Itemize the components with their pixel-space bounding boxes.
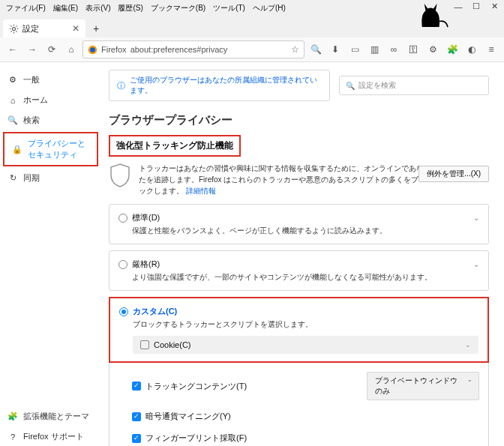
account-icon[interactable]: ◐ <box>464 41 480 58</box>
sidebar-item-label: Firefox サポート <box>23 431 84 442</box>
radio-strict[interactable] <box>118 260 128 269</box>
fingerprint-checkbox[interactable] <box>132 434 141 443</box>
minimize-button[interactable]: — <box>453 2 464 11</box>
home-icon: ⌂ <box>8 95 18 106</box>
library-icon[interactable]: ▥ <box>366 41 382 58</box>
tracking-label: トラッキングコンテンツ(T) <box>146 381 247 392</box>
sidebar-item-label: 同期 <box>23 172 40 184</box>
banner-text: ご使用のブラウザーはあなたの所属組織に管理されています。 <box>130 75 322 96</box>
navigation-toolbar: ← → ⟳ ⌂ Firefox about:preferences#privac… <box>0 37 504 62</box>
menu-view[interactable]: 表示(V) <box>82 1 113 15</box>
etp-custom-highlight: カスタム(C) ブロックするトラッカーとスクリプトを選択します。 Cookie(… <box>109 297 489 363</box>
chevron-down-icon: ⌄ <box>467 376 472 383</box>
puzzle-icon: 🧩 <box>8 412 18 422</box>
standard-label: 標準(D) <box>132 212 160 223</box>
firefox-icon <box>88 45 98 55</box>
tab-label: 設定 <box>22 23 39 34</box>
cat-mascot-icon <box>414 0 452 28</box>
back-button[interactable]: ← <box>4 41 21 58</box>
etp-standard-card[interactable]: 標準(D) 保護と性能をバランスよく。ページが正しく機能するように読み込みます。… <box>109 204 489 244</box>
maximize-button[interactable]: ☐ <box>471 1 482 11</box>
standard-desc: 保護と性能をバランスよく。ページが正しく機能するように読み込みます。 <box>132 226 479 236</box>
sidebar-item-extensions[interactable]: 🧩 拡張機能とテーマ <box>0 406 101 427</box>
key-icon[interactable]: ⚿ <box>405 41 422 58</box>
reload-button[interactable]: ⟳ <box>44 41 60 58</box>
sidebar-item-label: プライバシーとセキュリティ <box>28 138 89 160</box>
sidebar-item-label: 拡張機能とテーマ <box>23 411 89 422</box>
home-button[interactable]: ⌂ <box>63 41 80 58</box>
chevron-down-icon: ⌄ <box>473 214 479 222</box>
info-icon: ⓘ <box>117 80 125 91</box>
menu-icon[interactable]: ≡ <box>483 41 500 58</box>
sidebar-item-label: ホーム <box>23 94 48 106</box>
sidebar-item-support[interactable]: ? Firefox サポート <box>0 427 101 446</box>
bookmark-star-icon[interactable]: ☆ <box>291 44 299 55</box>
cookie-label: Cookie(C) <box>154 340 191 349</box>
infinity-icon[interactable]: ∞ <box>386 41 402 58</box>
strict-label: 厳格(R) <box>132 259 160 270</box>
forward-button[interactable]: → <box>24 41 40 58</box>
preferences-content: ⓘ ご使用のブラウザーはあなたの所属組織に管理されています。 🔍 設定を検索 ブ… <box>101 62 504 446</box>
search-icon: 🔍 <box>346 82 355 90</box>
cookie-checkbox-row[interactable]: Cookie(C) ⌄ <box>133 336 478 354</box>
download-icon[interactable]: ⬇ <box>327 41 344 58</box>
extensions-icon[interactable]: 🧩 <box>444 41 460 58</box>
managed-org-banner: ⓘ ご使用のブラウザーはあなたの所属組織に管理されています。 <box>109 70 330 101</box>
gear-icon: ⚙ <box>8 75 18 85</box>
menu-bookmarks[interactable]: ブックマーク(B) <box>148 1 208 15</box>
sidebar-item-sync[interactable]: ↻ 同期 <box>0 168 101 188</box>
sync-icon: ↻ <box>8 173 18 184</box>
tab-close-icon[interactable]: ✕ <box>72 23 80 34</box>
url-text: about:preferences#privacy <box>130 45 228 54</box>
custom-label: カスタム(C) <box>133 306 177 317</box>
sidebar-item-label: 一般 <box>23 74 40 85</box>
window-controls: — ☐ ✕ <box>453 1 500 11</box>
settings-icon[interactable]: ⚙ <box>424 41 441 58</box>
etp-strict-card[interactable]: 厳格(R) より強固な保護ですが、一部のサイトやコンテンツが機能しなくなる可能性… <box>109 250 489 291</box>
details-link[interactable]: 詳細情報 <box>186 187 216 195</box>
svg-point-0 <box>12 27 15 30</box>
shield-icon <box>109 163 131 188</box>
sidebar-item-label: 検索 <box>23 115 40 126</box>
miners-checkbox[interactable] <box>132 412 141 421</box>
chevron-down-icon: ⌄ <box>465 341 471 349</box>
manage-exceptions-button[interactable]: 例外を管理...(X) <box>418 166 489 182</box>
menu-edit[interactable]: 編集(E) <box>50 1 81 15</box>
preferences-sidebar: ⚙ 一般 ⌂ ホーム 🔍 検索 🔒 プライバシーとセキュリティ ↻ 同期 🧩 拡… <box>0 62 101 446</box>
strict-desc: より強固な保護ですが、一部のサイトやコンテンツが機能しなくなる可能性があります。 <box>132 272 479 283</box>
cookie-checkbox[interactable] <box>140 340 149 349</box>
tab-settings[interactable]: 設定 ✕ <box>3 19 86 37</box>
menu-file[interactable]: ファイル(F) <box>3 1 49 15</box>
sidebar-item-privacy[interactable]: 🔒 プライバシーとセキュリティ <box>4 133 97 165</box>
lock-icon: 🔒 <box>12 144 22 154</box>
sidebar-item-home[interactable]: ⌂ ホーム <box>0 90 101 110</box>
close-button[interactable]: ✕ <box>489 1 500 11</box>
tracking-checkbox[interactable] <box>132 382 141 391</box>
help-icon: ? <box>8 432 18 442</box>
search-icon[interactable]: 🔍 <box>308 41 324 58</box>
chevron-down-icon: ⌄ <box>473 260 479 268</box>
fingerprint-label: フィンガープリント採取(F) <box>146 433 247 444</box>
miners-label: 暗号通貨マイニング(Y) <box>146 411 231 422</box>
preferences-search[interactable]: 🔍 設定を検索 <box>339 76 489 95</box>
url-prefix: Firefox <box>101 45 127 54</box>
new-tab-button[interactable]: + <box>86 19 106 37</box>
menu-history[interactable]: 履歴(S) <box>115 1 146 15</box>
page-title: ブラウザープライバシー <box>109 113 489 127</box>
gear-icon <box>9 24 19 34</box>
etp-custom-card[interactable]: カスタム(C) ブロックするトラッカーとスクリプトを選択します。 Cookie(… <box>110 298 488 361</box>
menu-tools[interactable]: ツール(T) <box>210 1 248 15</box>
svg-point-2 <box>90 47 95 52</box>
menu-help[interactable]: ヘルプ(H) <box>250 1 289 15</box>
radio-custom[interactable] <box>119 307 128 316</box>
etp-section-title: 強化型トラッキング防止機能 <box>110 136 239 155</box>
radio-standard[interactable] <box>118 214 128 223</box>
clipboard-icon[interactable]: ▭ <box>346 41 363 58</box>
url-bar[interactable]: Firefox about:preferences#privacy ☆ <box>82 40 304 58</box>
sidebar-item-general[interactable]: ⚙ 一般 <box>0 70 101 90</box>
search-placeholder: 設定を検索 <box>358 80 396 91</box>
sidebar-item-search[interactable]: 🔍 検索 <box>0 110 101 130</box>
search-icon: 🔍 <box>8 115 18 126</box>
custom-desc: ブロックするトラッカーとスクリプトを選択します。 <box>133 319 478 330</box>
tracking-scope-select[interactable]: プライベートウィンドウのみ ⌄ <box>367 372 479 400</box>
